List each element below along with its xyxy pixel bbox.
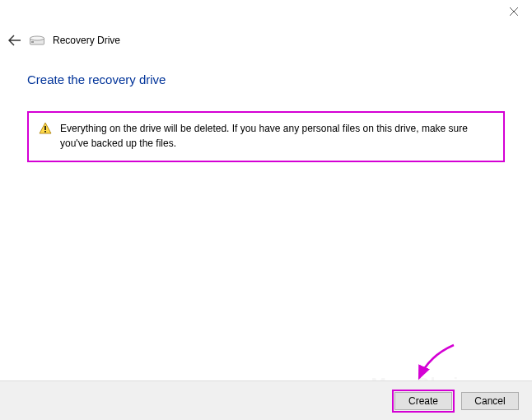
- create-highlight: Create: [392, 390, 455, 413]
- window-title: Recovery Drive: [53, 35, 120, 46]
- page-title: Create the recovery drive: [27, 72, 505, 86]
- footer: Create Cancel: [0, 380, 532, 420]
- svg-rect-5: [44, 126, 46, 130]
- back-button[interactable]: [8, 35, 21, 46]
- warning-text: Everything on the drive will be deleted.…: [60, 121, 493, 151]
- back-arrow-icon: [8, 35, 21, 46]
- warning-box: Everything on the drive will be deleted.…: [27, 111, 505, 162]
- svg-rect-4: [31, 41, 34, 43]
- close-icon: [509, 7, 519, 16]
- cancel-button[interactable]: Cancel: [461, 392, 519, 410]
- content-area: Create the recovery drive Everything on …: [27, 72, 505, 162]
- svg-rect-6: [44, 131, 46, 133]
- svg-point-3: [30, 36, 44, 40]
- close-button[interactable]: [509, 7, 522, 20]
- create-button[interactable]: Create: [394, 392, 452, 410]
- warning-icon: [39, 122, 52, 138]
- drive-icon: [30, 35, 44, 45]
- header: Recovery Drive: [8, 35, 120, 46]
